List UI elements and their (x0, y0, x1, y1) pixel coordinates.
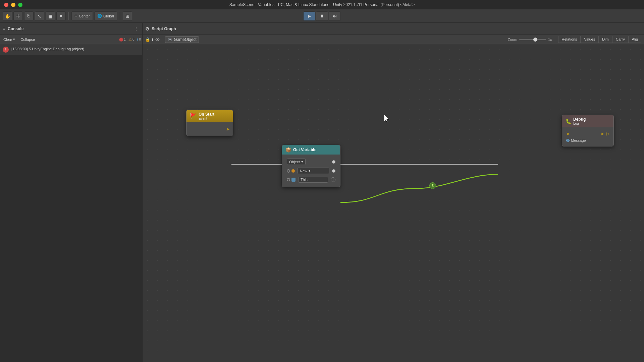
separator-2 (120, 12, 120, 20)
tab-values[interactable]: Values (580, 36, 598, 43)
new-var-port-hollow (287, 169, 290, 173)
hand-tool[interactable]: ✋ (3, 11, 12, 21)
center-button[interactable]: ⊕ Center (71, 11, 93, 21)
node-debug-log[interactable]: 🐛 Debug Log ➤ ➤ ▷ M (562, 115, 614, 146)
tab-carry[interactable]: Carry (612, 36, 628, 43)
global-icon: 🌐 (97, 14, 102, 18)
zoom-label: Zoom (508, 38, 517, 42)
node-get-variable-header: 📦 Get Variable (282, 145, 340, 155)
new-var-dropdown[interactable]: New ▾ (298, 168, 329, 174)
chevron-down-icon-3: ▾ (309, 169, 311, 173)
message-label: Message (571, 138, 586, 142)
titlebar: SampleScene - Variables - PC, Mac & Linu… (0, 0, 644, 9)
collapse-button[interactable]: Collapse (18, 36, 37, 43)
pause-button[interactable]: ⏸ (316, 11, 328, 21)
move-tool[interactable]: ✛ (13, 11, 23, 21)
node-debug-log-body: ➤ ➤ ▷ Message (562, 127, 613, 146)
flow-out-arrow: ➤ (226, 126, 230, 132)
close-button[interactable] (4, 3, 8, 7)
flag-icon: 🚩 (190, 113, 197, 119)
new-var-dot (291, 169, 295, 173)
graph-canvas[interactable]: 5 🚩 On Start Event ➤ (143, 44, 644, 362)
warning-badge: ⚠ 0 (128, 37, 135, 42)
console-header: ≡ Console ⋮ (0, 23, 142, 35)
info-icon: ℹ (152, 37, 153, 42)
graph-panel: ⚙ Script Graph 🔒 ℹ </> 🎮 GameObject Zoom… (143, 23, 644, 362)
maximize-button[interactable] (18, 3, 22, 7)
clear-button[interactable]: Clear ▾ (1, 36, 17, 43)
debug-message-row: Message (565, 137, 611, 143)
this-var-cube (291, 178, 296, 182)
this-var-field[interactable]: This (298, 177, 328, 183)
bug-icon: 🐛 (566, 119, 571, 124)
tab-relations[interactable]: Relations (558, 36, 581, 43)
node-get-variable-title: Get Variable (293, 147, 316, 152)
zoom-value: 1x (548, 38, 552, 42)
node-on-start-header: 🚩 On Start Event (186, 110, 233, 122)
graph-header: ⚙ Script Graph (143, 23, 644, 35)
chevron-down-icon-2: ▾ (301, 160, 303, 164)
message-in-port (566, 139, 570, 142)
grid-tool[interactable]: ⊞ (123, 11, 132, 21)
transform-tool[interactable]: ✕ (56, 11, 66, 21)
node-debug-subtitle: Log (573, 122, 586, 125)
cube-icon: 📦 (285, 147, 291, 153)
new-var-row: New ▾ (285, 166, 337, 175)
console-title: Console (8, 26, 23, 31)
node-on-start[interactable]: 🚩 On Start Event ➤ (186, 110, 233, 136)
graph-icon: ⚙ (145, 26, 150, 32)
error-badge: ⬤ 1 (119, 37, 126, 42)
this-var-port-hollow (287, 178, 290, 181)
variable-type-row: Object ▾ (285, 157, 337, 166)
gameobject-selector[interactable]: 🎮 GameObject (165, 36, 199, 43)
playback-controls: ▶ ⏸ ⏭ (303, 11, 341, 21)
tab-dim[interactable]: Dim (598, 36, 612, 43)
this-var-row: This i (285, 175, 337, 184)
chevron-down-icon: ▾ (13, 37, 15, 42)
window-title: SampleScene - Variables - PC, Mac & Linu… (229, 2, 415, 7)
rect-tool[interactable]: ▣ (46, 11, 55, 21)
node-on-start-subtitle: Event (199, 117, 214, 120)
object-type-dropdown[interactable]: Object ▾ (287, 159, 306, 165)
connections-svg (143, 44, 644, 362)
execute-out-arrow: ▷ (606, 131, 609, 136)
console-menu-button[interactable]: ⋮ (133, 25, 140, 32)
console-content: ! [16:08:00] 5 UnityEngine.Debug:Log (ob… (0, 44, 142, 362)
console-entry[interactable]: ! [16:08:00] 5 UnityEngine.Debug:Log (ob… (0, 44, 142, 55)
console-log-text: [16:08:00] 5 UnityEngine.Debug:Log (obje… (11, 46, 84, 52)
zoom-thumb (533, 38, 537, 42)
window-controls (4, 3, 22, 7)
play-button[interactable]: ▶ (303, 11, 315, 21)
node-on-start-body: ➤ (186, 122, 233, 136)
tab-alig[interactable]: Alig (628, 36, 641, 43)
console-icon: ≡ (3, 26, 5, 31)
global-button[interactable]: 🌐 Global (94, 11, 117, 21)
code-icon: </> (155, 37, 160, 42)
node-on-start-title: On Start (199, 112, 214, 117)
flow-out-arrow-2: ➤ (600, 131, 604, 136)
new-var-out-port (332, 169, 335, 173)
unity-toolbar: ✋ ✛ ↻ ⤡ ▣ ✕ ⊕ Center 🌐 Global ⊞ ▶ ⏸ ⏭ (0, 9, 644, 23)
on-start-output-port: ➤ (189, 125, 230, 133)
step-button[interactable]: ⏭ (329, 11, 341, 21)
error-icon: ! (3, 47, 9, 53)
graph-toolbar: 🔒 ℹ </> 🎮 GameObject Zoom 1x Relations V… (143, 35, 644, 44)
variable-out-port (332, 160, 335, 164)
scale-tool[interactable]: ⤡ (35, 11, 44, 21)
zoom-slider[interactable] (519, 39, 546, 40)
gameobject-icon: 🎮 (167, 37, 172, 42)
debug-flow-row: ➤ ➤ ▷ (565, 130, 611, 137)
flow-in-arrow: ➤ (566, 131, 570, 136)
minimize-button[interactable] (11, 3, 15, 7)
node-get-variable[interactable]: 📦 Get Variable Object ▾ (282, 145, 340, 187)
rotate-tool[interactable]: ↻ (24, 11, 34, 21)
node-debug-log-header: 🐛 Debug Log (562, 115, 613, 127)
lock-icon: 🔒 (145, 37, 150, 42)
info-circle-icon[interactable]: i (331, 177, 335, 182)
node-get-variable-body: Object ▾ New ▾ (282, 155, 340, 187)
node-debug-title: Debug (573, 117, 586, 122)
console-panel: ≡ Console ⋮ Clear ▾ Collapse ⬤ 1 ⚠ 0 (0, 23, 143, 362)
graph-title: Script Graph (152, 26, 176, 31)
variable-value-badge: 5 (429, 182, 436, 189)
cursor (384, 115, 391, 121)
